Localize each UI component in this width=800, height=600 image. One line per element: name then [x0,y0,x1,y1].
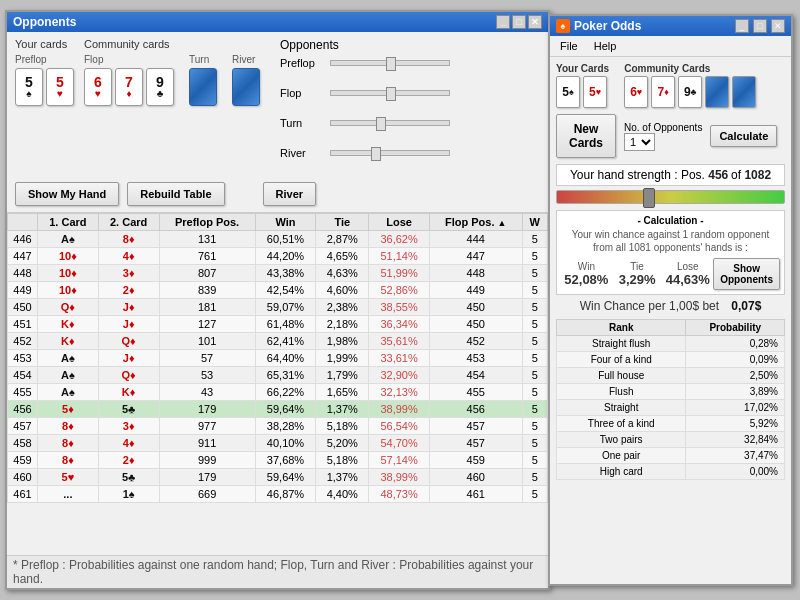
river-slider-thumb[interactable] [371,147,381,161]
poker-comm-1[interactable]: 6♥ [624,76,648,108]
table-row[interactable]: 448 10♦ 3♦ 807 43,38% 4,63% 51,99% 448 5 [8,265,548,282]
turn-slider-thumb[interactable] [376,117,386,131]
poker-minimize[interactable]: _ [735,19,749,33]
file-menu[interactable]: File [552,38,586,54]
poker-comm-4[interactable] [705,76,729,108]
col-flop[interactable]: Flop Pos. ▲ [429,214,522,231]
rebuild-table-button[interactable]: Rebuild Table [127,182,224,206]
close-button[interactable]: ✕ [528,15,542,29]
row-win: 59,64% [255,469,316,486]
turn-card-1[interactable] [189,68,217,106]
calc-description: Your win chance against 1 random opponen… [561,228,780,254]
row-num: 460 [8,469,38,486]
calc-win-label: Win [561,261,612,272]
table-row[interactable]: 446 A♠ 8♦ 131 60,51% 2,87% 36,62% 444 5 [8,231,548,248]
table-row[interactable]: 461 ... 1♠ 669 46,87% 4,40% 48,73% 461 5 [8,486,548,503]
poker-maximize[interactable]: □ [753,19,767,33]
preflop-slider-thumb[interactable] [386,57,396,71]
table-row[interactable]: 451 K♦ J♦ 127 61,48% 2,18% 36,34% 450 5 [8,316,548,333]
col-card1[interactable]: 1. Card [38,214,99,231]
help-menu[interactable]: Help [586,38,625,54]
table-row[interactable]: 449 10♦ 2♦ 839 42,54% 4,60% 52,86% 449 5 [8,282,548,299]
your-card-1[interactable]: 5♠ [15,68,43,106]
row-lose: 57,14% [369,452,430,469]
calculate-button[interactable]: Calculate [710,125,777,147]
your-cards-group: Your cards Preflop 5♠ 5♥ [15,38,74,106]
row-pre: 181 [159,299,255,316]
poker-comm-2[interactable]: 7♦ [651,76,675,108]
table-row[interactable]: 459 8♦ 2♦ 999 37,68% 5,18% 57,14% 459 5 [8,452,548,469]
preflop-label: Preflop [15,54,47,65]
table-row[interactable]: 456 5♦ 5♣ 179 59,64% 1,37% 38,99% 456 5 [8,401,548,418]
col-num[interactable] [8,214,38,231]
table-row[interactable]: 458 8♦ 4♦ 911 40,10% 5,20% 54,70% 457 5 [8,435,548,452]
prob-rank: High card [557,464,686,480]
row-lose: 32,90% [369,367,430,384]
poker-comm-3[interactable]: 9♣ [678,76,702,108]
row-num: 458 [8,435,38,452]
row-c2: 2♦ [98,282,159,299]
row-w: 5 [522,486,548,503]
maximize-button[interactable]: □ [512,15,526,29]
table-row[interactable]: 452 K♦ Q♦ 101 62,41% 1,98% 35,61% 452 5 [8,333,548,350]
river-button[interactable]: River [263,182,317,206]
col-w[interactable]: W [522,214,548,231]
show-hand-button[interactable]: Show My Hand [15,182,119,206]
community-cards-label: Community cards [84,38,260,50]
row-c2: 2♦ [98,452,159,469]
col-card2[interactable]: 2. Card [98,214,159,231]
poker-your-card-2[interactable]: 5♥ [583,76,607,108]
river-slider[interactable] [330,150,450,156]
poker-your-card-1[interactable]: 5♠ [556,76,580,108]
opponents-count-select[interactable]: 1 2 3 4 5 [624,133,655,151]
col-tie[interactable]: Tie [316,214,369,231]
river-slider-label: River [280,147,330,159]
preflop-slider[interactable] [330,60,450,66]
poker-close[interactable]: ✕ [771,19,785,33]
col-win[interactable]: Win [255,214,316,231]
prob-prob-header[interactable]: Probability [686,320,785,336]
col-lose[interactable]: Lose [369,214,430,231]
your-card-2[interactable]: 5♥ [46,68,74,106]
minimize-button[interactable]: _ [496,15,510,29]
flop-slider-thumb[interactable] [386,87,396,101]
river-card-1[interactable] [232,68,260,106]
preflop-slider-label: Preflop [280,57,330,69]
new-cards-button[interactable]: NewCards [556,114,616,158]
probability-table-body: Straight flush 0,28% Four of a kind 0,09… [557,336,785,480]
strength-bar-thumb[interactable] [643,188,655,208]
row-num: 452 [8,333,38,350]
calc-tie-label: Tie [612,261,663,272]
prob-value: 3,89% [686,384,785,400]
prob-rank: Three of a kind [557,416,686,432]
table-row[interactable]: 455 A♠ K♦ 43 66,22% 1,65% 32,13% 455 5 [8,384,548,401]
turn-slider[interactable] [330,120,450,126]
row-win: 42,54% [255,282,316,299]
row-flop: 448 [429,265,522,282]
table-row[interactable]: 457 8♦ 3♦ 977 38,28% 5,18% 56,54% 457 5 [8,418,548,435]
turn-label: Turn [189,54,209,65]
show-opponents-button[interactable]: ShowOpponents [713,258,780,290]
row-num: 449 [8,282,38,299]
poker-comm-5[interactable] [732,76,756,108]
row-pre: 839 [159,282,255,299]
flop-label: Flop [84,54,103,65]
table-row[interactable]: 460 5♥ 5♣ 179 59,64% 1,37% 38,99% 460 5 [8,469,548,486]
row-c2: 3♦ [98,418,159,435]
row-pre: 669 [159,486,255,503]
flop-card-2[interactable]: 7♦ [115,68,143,106]
row-c2: 4♦ [98,435,159,452]
hand-strength-box: Your hand strength : Pos. 456 of 1082 [556,164,785,186]
prob-rank-header[interactable]: Rank [557,320,686,336]
row-w: 5 [522,435,548,452]
table-row[interactable]: 454 A♠ Q♦ 53 65,31% 1,79% 32,90% 454 5 [8,367,548,384]
row-pre: 179 [159,469,255,486]
flop-card-1[interactable]: 6♥ [84,68,112,106]
table-row[interactable]: 450 Q♦ J♦ 181 59,07% 2,38% 38,55% 450 5 [8,299,548,316]
table-row[interactable]: 453 A♠ J♦ 57 64,40% 1,99% 33,61% 453 5 [8,350,548,367]
row-c1: A♠ [38,231,99,248]
flop-slider[interactable] [330,90,450,96]
table-row[interactable]: 447 10♦ 4♦ 761 44,20% 4,65% 51,14% 447 5 [8,248,548,265]
flop-card-3[interactable]: 9♣ [146,68,174,106]
col-preflop[interactable]: Preflop Pos. [159,214,255,231]
